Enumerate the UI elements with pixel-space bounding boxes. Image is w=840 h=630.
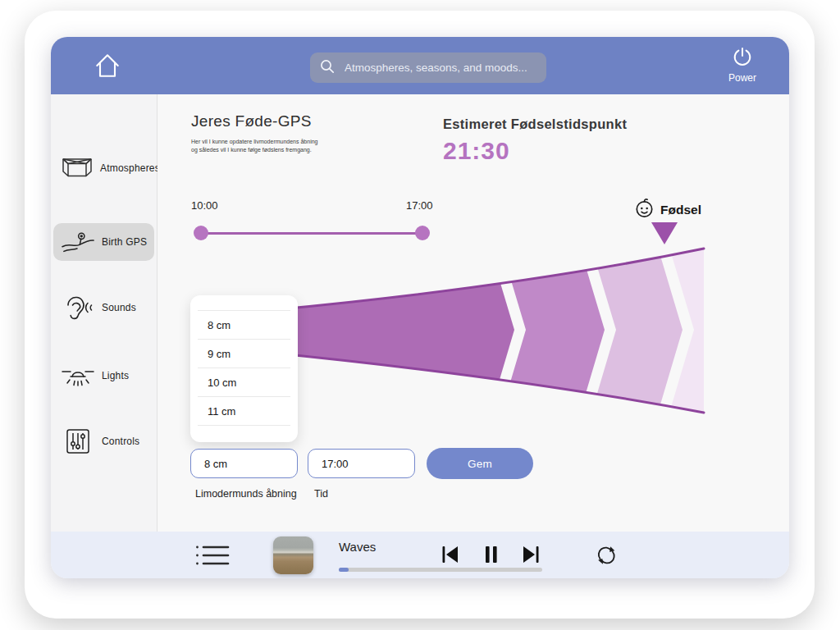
save-button[interactable]: Gem <box>427 448 533 479</box>
lights-icon <box>62 364 94 387</box>
playlist-button[interactable] <box>195 542 230 571</box>
dropdown-option-8cm[interactable]: 8 cm <box>198 310 290 339</box>
sidebar-item-label: Controls <box>102 436 139 447</box>
estimate-time: 21:30 <box>443 137 510 165</box>
skip-back-icon <box>440 555 461 568</box>
slider-start-label: 10:00 <box>191 199 218 212</box>
skip-forward-icon <box>520 555 541 568</box>
time-slider-handle-end[interactable] <box>415 226 430 240</box>
power-button[interactable]: Power <box>728 46 756 84</box>
next-track-button[interactable] <box>520 544 541 568</box>
slider-end-label: 17:00 <box>406 199 433 212</box>
atmospheres-icon <box>62 157 93 180</box>
screen: Power Atmospheres <box>0 0 840 630</box>
controls-icon <box>62 428 94 454</box>
sidebar-item-lights[interactable]: Lights <box>53 357 154 395</box>
dilation-funnel-graphic <box>271 242 707 418</box>
sidebar-item-label: Sounds <box>102 302 136 313</box>
dilation-dropdown: 8 cm 9 cm 10 cm 11 cm <box>190 295 298 442</box>
dropdown-divider <box>198 425 290 426</box>
sidebar-item-label: Birth GPS <box>102 236 147 248</box>
sidebar-item-label: Lights <box>102 370 129 381</box>
repeat-icon <box>595 557 618 569</box>
estimate-label: Estimeret Fødselstidspunkt <box>443 116 627 132</box>
playlist-icon <box>195 559 230 571</box>
search-bar[interactable] <box>310 52 546 83</box>
dropdown-option-10cm[interactable]: 10 cm <box>198 368 290 396</box>
progress-fill <box>339 568 349 572</box>
dilation-input[interactable] <box>190 449 298 478</box>
repeat-button[interactable] <box>595 544 618 569</box>
dilation-field-label: Limodermunds åbning <box>195 488 297 500</box>
dropdown-option-9cm[interactable]: 9 cm <box>198 339 290 368</box>
baby-icon <box>634 197 655 222</box>
home-button[interactable] <box>93 51 122 80</box>
birth-indicator: Fødsel <box>634 197 701 222</box>
page-title: Jeres Føde-GPS <box>191 112 312 130</box>
top-bar: Power <box>51 37 789 94</box>
time-slider-handle-start[interactable] <box>194 226 208 240</box>
time-slider-track <box>201 232 422 235</box>
previous-track-button[interactable] <box>440 544 461 568</box>
search-icon <box>320 59 343 77</box>
app-window: Power Atmospheres <box>51 37 789 578</box>
sidebar-item-birth-gps[interactable]: Birth GPS <box>53 223 154 261</box>
gps-panel: Jeres Føde-GPS Her vil I kunne opdatere … <box>158 94 789 532</box>
tablet-frame: Power Atmospheres <box>25 11 815 619</box>
power-label: Power <box>728 72 756 84</box>
sidebar-item-controls[interactable]: Controls <box>53 422 154 460</box>
sounds-icon <box>62 294 94 322</box>
time-input[interactable] <box>308 449 415 478</box>
album-art <box>273 536 313 574</box>
sidebar: Atmospheres Birth GPS <box>51 94 158 532</box>
player-bar: Waves <box>51 532 789 578</box>
progress-bar[interactable] <box>339 568 542 572</box>
dropdown-option-11cm[interactable]: 11 cm <box>198 396 290 425</box>
power-icon <box>732 46 753 70</box>
home-icon <box>93 71 122 83</box>
birth-gps-icon <box>62 230 94 254</box>
birth-label: Fødsel <box>660 203 701 217</box>
track-title: Waves <box>339 540 376 554</box>
search-input[interactable] <box>343 61 536 75</box>
sidebar-item-label: Atmospheres <box>100 162 160 174</box>
app-body: Atmospheres Birth GPS <box>51 94 789 532</box>
birth-marker-triangle <box>651 222 678 244</box>
time-field-label: Tid <box>314 488 328 500</box>
sidebar-item-sounds[interactable]: Sounds <box>53 289 154 326</box>
pause-icon <box>481 555 502 568</box>
sidebar-item-atmospheres[interactable]: Atmospheres <box>53 149 154 187</box>
pause-button[interactable] <box>481 544 502 568</box>
page-description: Her vil I kunne opdatere livmodermundens… <box>191 138 322 153</box>
